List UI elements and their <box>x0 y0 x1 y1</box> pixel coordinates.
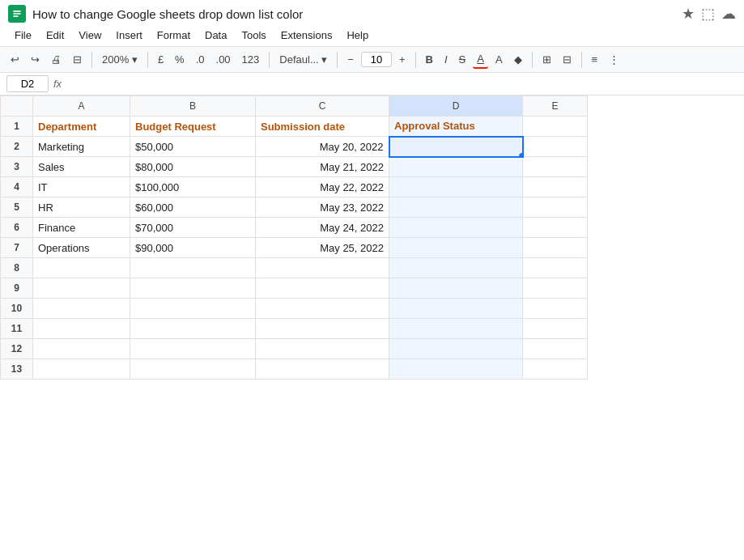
col-header-B[interactable]: B <box>130 96 256 117</box>
font-dropdown[interactable]: Defaul... ▾ <box>275 51 331 68</box>
cell-A1[interactable]: Department <box>33 117 130 137</box>
cell-E2[interactable] <box>523 137 588 157</box>
cell-B10[interactable] <box>130 299 256 319</box>
cell-E10[interactable] <box>523 299 588 319</box>
cell-E12[interactable] <box>523 339 588 359</box>
cell-D3[interactable] <box>389 157 523 177</box>
cell-A2[interactable]: Marketing <box>33 137 130 157</box>
menu-item-edit[interactable]: Edit <box>40 26 70 45</box>
row-header-8[interactable]: 8 <box>1 258 33 278</box>
cell-A7[interactable]: Operations <box>33 238 130 258</box>
text-color-button[interactable]: A <box>491 51 507 68</box>
cell-D12[interactable] <box>389 339 523 359</box>
cell-E9[interactable] <box>523 278 588 299</box>
col-header-A[interactable]: A <box>33 96 130 117</box>
menu-item-help[interactable]: Help <box>340 26 375 45</box>
font-size-input[interactable] <box>361 52 392 67</box>
fill-color-button[interactable]: ◆ <box>510 51 526 68</box>
cell-B1[interactable]: Budget Request <box>130 117 256 137</box>
cell-D9[interactable] <box>389 278 523 299</box>
cell-D6[interactable] <box>389 218 523 238</box>
cell-D4[interactable] <box>389 177 523 197</box>
cell-A5[interactable]: HR <box>33 197 130 218</box>
cell-A12[interactable] <box>33 339 130 359</box>
cell-C12[interactable] <box>256 339 389 359</box>
redo-button[interactable]: ↪ <box>27 51 44 68</box>
cell-D11[interactable] <box>389 319 523 339</box>
cell-E13[interactable] <box>523 359 588 380</box>
cell-reference-input[interactable] <box>6 75 49 92</box>
cell-C10[interactable] <box>256 299 389 319</box>
cell-C9[interactable] <box>256 278 389 299</box>
formula-input[interactable] <box>66 78 738 90</box>
row-header-13[interactable]: 13 <box>1 359 33 380</box>
row-header-1[interactable]: 1 <box>1 117 33 137</box>
percent-button[interactable]: % <box>171 51 189 68</box>
star-icon[interactable]: ★ <box>682 5 695 23</box>
row-header-3[interactable]: 3 <box>1 157 33 177</box>
row-header-9[interactable]: 9 <box>1 278 33 299</box>
strikethrough-button[interactable]: S <box>455 51 470 68</box>
print-button[interactable]: 🖨 <box>47 51 66 68</box>
cell-B7[interactable]: $90,000 <box>130 238 256 258</box>
merge-button[interactable]: ⊟ <box>559 51 576 68</box>
cell-A13[interactable] <box>33 359 130 380</box>
cell-E4[interactable] <box>523 177 588 197</box>
paint-format-button[interactable]: ⊟ <box>69 51 86 68</box>
cell-E11[interactable] <box>523 319 588 339</box>
menu-item-tools[interactable]: Tools <box>235 26 272 45</box>
borders-button[interactable]: ⊞ <box>538 51 555 68</box>
undo-button[interactable]: ↩ <box>6 51 23 68</box>
row-header-10[interactable]: 10 <box>1 299 33 319</box>
cell-E3[interactable] <box>523 157 588 177</box>
cell-A9[interactable] <box>33 278 130 299</box>
cell-C6[interactable]: May 24, 2022 <box>256 218 389 238</box>
cell-D5[interactable] <box>389 197 523 218</box>
cell-A11[interactable] <box>33 319 130 339</box>
cell-E5[interactable] <box>523 197 588 218</box>
cell-B11[interactable] <box>130 319 256 339</box>
cell-E6[interactable] <box>523 218 588 238</box>
cell-E7[interactable] <box>523 238 588 258</box>
cell-B4[interactable]: $100,000 <box>130 177 256 197</box>
row-header-5[interactable]: 5 <box>1 197 33 218</box>
number-format-button[interactable]: 123 <box>238 51 264 68</box>
bold-button[interactable]: B <box>422 51 437 68</box>
row-header-2[interactable]: 2 <box>1 137 33 157</box>
col-header-D[interactable]: D <box>389 96 523 117</box>
cell-C7[interactable]: May 25, 2022 <box>256 238 389 258</box>
cell-B5[interactable]: $60,000 <box>130 197 256 218</box>
currency-button[interactable]: £ <box>154 51 168 68</box>
cell-C2[interactable]: May 20, 2022 <box>256 137 389 157</box>
cell-E8[interactable] <box>523 258 588 278</box>
row-header-11[interactable]: 11 <box>1 319 33 339</box>
cell-B2[interactable]: $50,000 <box>130 137 256 157</box>
cell-C5[interactable]: May 23, 2022 <box>256 197 389 218</box>
cell-B3[interactable]: $80,000 <box>130 157 256 177</box>
more-button[interactable]: ⋮ <box>605 51 623 68</box>
folder-icon[interactable]: ⬚ <box>701 5 715 23</box>
dec-fixed-button[interactable]: .00 <box>212 51 235 68</box>
cell-D1[interactable]: Approval Status <box>389 117 523 137</box>
cell-D13[interactable] <box>389 359 523 380</box>
cell-A8[interactable] <box>33 258 130 278</box>
cell-A6[interactable]: Finance <box>33 218 130 238</box>
menu-item-insert[interactable]: Insert <box>109 26 149 45</box>
cloud-icon[interactable]: ☁ <box>721 5 736 23</box>
cell-C3[interactable]: May 21, 2022 <box>256 157 389 177</box>
font-size-plus[interactable]: + <box>395 51 410 68</box>
dec-increase-button[interactable]: .0 <box>192 51 209 68</box>
cell-B6[interactable]: $70,000 <box>130 218 256 238</box>
cell-C8[interactable] <box>256 258 389 278</box>
menu-item-file[interactable]: File <box>8 26 38 45</box>
cell-C11[interactable] <box>256 319 389 339</box>
align-button[interactable]: ≡ <box>588 51 602 68</box>
cell-A3[interactable]: Sales <box>33 157 130 177</box>
menu-item-data[interactable]: Data <box>198 26 233 45</box>
row-header-12[interactable]: 12 <box>1 339 33 359</box>
menu-item-extensions[interactable]: Extensions <box>274 26 339 45</box>
italic-button[interactable]: I <box>440 51 452 68</box>
cell-A4[interactable]: IT <box>33 177 130 197</box>
font-size-minus[interactable]: − <box>343 51 358 68</box>
cell-B9[interactable] <box>130 278 256 299</box>
